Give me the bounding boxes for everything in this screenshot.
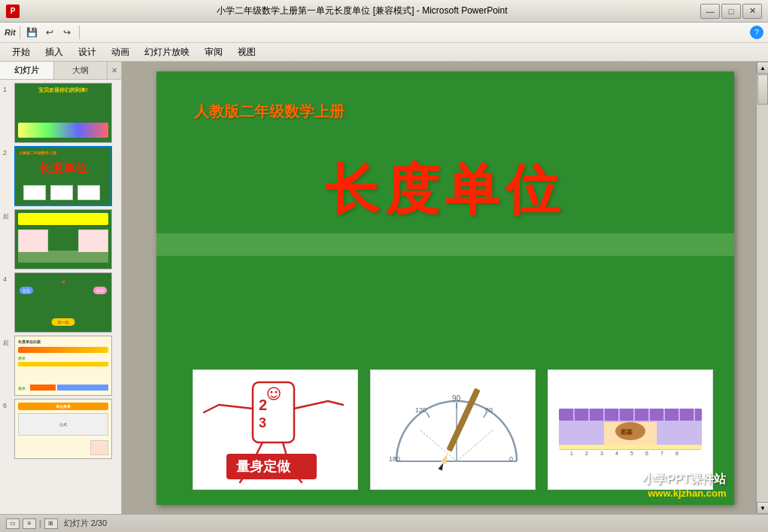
slide-view-icon[interactable]: ▭ <box>6 518 20 529</box>
slide-watermark: 小学PPT课件站 www.kjzhan.com <box>642 472 726 499</box>
close-button[interactable]: ✕ <box>742 4 762 19</box>
scroll-track[interactable] <box>757 74 768 502</box>
svg-text:量身定做: 量身定做 <box>236 458 291 474</box>
svg-line-21 <box>426 412 430 418</box>
menu-view[interactable]: 视图 <box>232 44 262 60</box>
title-bar: P 小学二年级数学上册第一单元长度单位 [兼容模式] - Microsoft P… <box>0 0 768 23</box>
svg-text:90: 90 <box>452 394 461 403</box>
slide-item-4: 4 ❤ 蓝蓝 粉粉 比一比 <box>3 272 118 333</box>
view-separator: | <box>39 519 41 527</box>
watermark-line1: 小学PPT课件站 <box>642 472 726 488</box>
panel-close-button[interactable]: ✕ <box>108 62 121 79</box>
slide-item-2: 2 人教版二年级数学上册 长度单位 <box>3 146 118 206</box>
menu-review[interactable]: 审阅 <box>199 44 229 60</box>
watermark-line2: www.kjzhan.com <box>642 488 726 499</box>
svg-marker-29 <box>440 453 450 464</box>
svg-text:0: 0 <box>509 455 513 463</box>
toolbar-separator <box>20 26 20 39</box>
toolbar-separator-2 <box>79 26 80 39</box>
scroll-up-button[interactable]: ▲ <box>757 62 768 74</box>
slide-canvas[interactable]: 人教版二年级数学上册 长度单位 2 3 <box>156 71 734 505</box>
left-panel: 幻灯片 大纲 ✕ 1 宝贝欢迎你们的到来! 2 人教版二 <box>0 62 122 514</box>
toolbar-row1: Rit 💾 ↩ ↪ ? <box>0 23 768 43</box>
slides-list: 1 宝贝欢迎你们的到来! 2 人教版二年级数学上册 长度单位 <box>0 80 121 514</box>
scroll-thumb[interactable] <box>757 74 768 105</box>
menu-insert[interactable]: 插入 <box>39 44 69 60</box>
slide-number-6: 6 <box>3 402 12 409</box>
window-controls: — □ ✕ <box>700 4 762 19</box>
slide-thumb-6[interactable]: 单位换算 公式 <box>14 399 112 459</box>
svg-text:3: 3 <box>259 415 266 430</box>
svg-text:7: 7 <box>660 451 663 456</box>
slide-number-2: 2 <box>3 149 12 157</box>
svg-point-4 <box>270 391 272 394</box>
rit-label: Rit <box>5 28 16 37</box>
svg-line-8 <box>294 401 328 409</box>
scroll-down-button[interactable]: ▼ <box>757 502 768 514</box>
slide-thumb-1[interactable]: 宝贝欢迎你们的到来! <box>14 83 112 143</box>
svg-text:4: 4 <box>615 451 618 456</box>
svg-text:图案: 图案 <box>621 428 633 436</box>
svg-text:8: 8 <box>675 451 678 456</box>
slide-band <box>156 233 734 256</box>
svg-line-9 <box>328 401 343 405</box>
status-bar: ▭ ≡ | ⊞ 幻灯片 2/30 <box>0 514 768 532</box>
menu-start[interactable]: 开始 <box>6 44 36 60</box>
slide-thumb-3[interactable] <box>14 209 112 269</box>
grid-view-icon[interactable]: ⊞ <box>44 518 58 529</box>
svg-line-6 <box>219 405 253 409</box>
slide-area: 人教版二年级数学上册 长度单位 2 3 <box>122 62 768 514</box>
slide-number-4: 4 <box>3 275 12 283</box>
outline-view-icon[interactable]: ≡ <box>23 518 36 529</box>
tab-outline[interactable]: 大纲 <box>54 62 108 79</box>
svg-point-5 <box>275 391 277 394</box>
slide-item-1: 1 宝贝欢迎你们的到来! <box>3 83 118 143</box>
menu-slideshow[interactable]: 幻灯片放映 <box>138 44 196 60</box>
slide-subtitle: 人教版二年级数学上册 <box>194 102 345 122</box>
bookmark-ruler-svg: 图案 1 2 3 4 5 6 7 8 <box>551 371 709 488</box>
ruler-character-svg: 2 3 <box>196 371 354 488</box>
slide-item-3: 起 <box>3 209 118 269</box>
slide-status: 幻灯片 2/30 <box>64 518 107 529</box>
main-layout: 幻灯片 大纲 ✕ 1 宝贝欢迎你们的到来! 2 人教版二 <box>0 62 768 514</box>
slide-thumb-2[interactable]: 人教版二年级数学上册 长度单位 <box>14 146 112 206</box>
slide-item-6: 6 单位换算 公式 <box>3 399 118 459</box>
menu-design[interactable]: 设计 <box>72 44 102 60</box>
slide-thumb-5[interactable]: 长度单位比较 厘米 毫米 <box>14 336 112 396</box>
ribbon-area: Rit 💾 ↩ ↪ ? 开始 插入 设计 动画 幻灯片放映 审阅 视图 <box>0 23 768 62</box>
maximize-button[interactable]: □ <box>721 4 741 19</box>
tab-slides[interactable]: 幻灯片 <box>0 62 54 79</box>
svg-text:2: 2 <box>259 397 267 413</box>
slide-thumb-4[interactable]: ❤ 蓝蓝 粉粉 比一比 <box>14 272 112 333</box>
svg-text:3: 3 <box>600 451 603 456</box>
slide-number-5: 起 <box>3 339 12 347</box>
svg-text:60: 60 <box>485 406 493 414</box>
toolbar-save-group: 💾 ↩ ↪ <box>24 24 75 41</box>
app-icon: P <box>6 5 20 18</box>
svg-line-19 <box>457 429 494 461</box>
svg-text:5: 5 <box>630 451 633 456</box>
undo-button[interactable]: ↩ <box>41 24 58 41</box>
protractor-svg: 90 120 60 180 0 <box>374 371 532 488</box>
panel-tabs: 幻灯片 大纲 ✕ <box>0 62 121 80</box>
svg-text:2: 2 <box>585 451 588 456</box>
menu-animation[interactable]: 动画 <box>105 44 135 60</box>
svg-line-7 <box>204 405 219 412</box>
slide-image-2: 90 120 60 180 0 <box>370 369 536 490</box>
slide-number-1: 1 <box>3 86 12 93</box>
status-icons: ▭ ≡ | ⊞ <box>6 518 58 529</box>
slide-main-title: 长度单位 <box>156 154 734 226</box>
minimize-button[interactable]: — <box>700 4 720 19</box>
svg-rect-32 <box>559 409 702 421</box>
slide-image-1: 2 3 <box>193 369 358 490</box>
slide-item-5: 起 长度单位比较 厘米 毫米 <box>3 336 118 396</box>
menu-bar: 开始 插入 设计 动画 幻灯片放映 审阅 视图 <box>0 43 768 61</box>
scrollbar: ▲ ▼ <box>756 62 768 514</box>
svg-text:180: 180 <box>389 455 400 463</box>
help-button[interactable]: ? <box>750 26 763 39</box>
save-button[interactable]: 💾 <box>24 24 41 41</box>
svg-text:1: 1 <box>570 451 573 456</box>
redo-button[interactable]: ↪ <box>59 24 75 41</box>
slide-number-3: 起 <box>3 212 12 220</box>
window-title: 小学二年级数学上册第一单元长度单位 [兼容模式] - Microsoft Pow… <box>24 5 700 17</box>
